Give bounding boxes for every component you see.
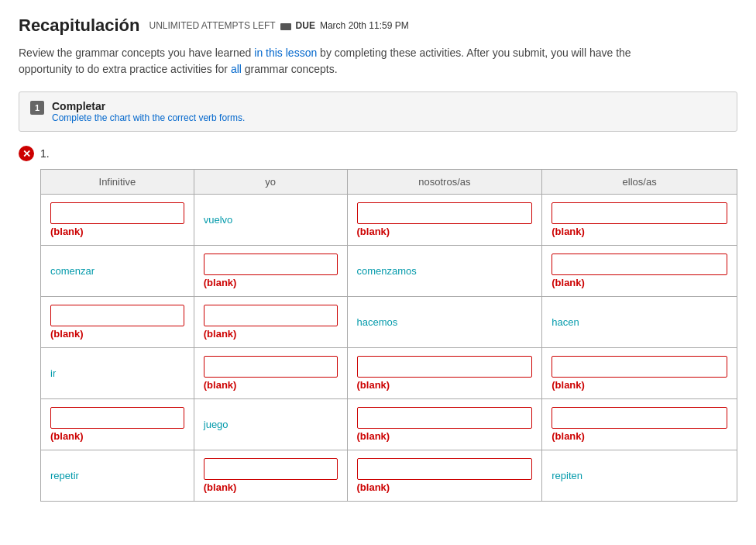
- blank-label: (blank): [204, 379, 338, 391]
- blank-label: (blank): [552, 379, 727, 391]
- cell-blank-yo-2[interactable]: (blank): [194, 297, 347, 348]
- blank-label: (blank): [552, 430, 727, 442]
- cell-static-infinitive-1: comenzar: [41, 246, 194, 297]
- blank-label: (blank): [50, 226, 184, 237]
- blank-label: (blank): [357, 226, 533, 237]
- input-nosotros-4[interactable]: [357, 407, 533, 429]
- table-row: ir(blank)(blank)(blank): [41, 348, 737, 399]
- cell-static-yo-0: vuelvo: [194, 195, 347, 246]
- cell-blank-infinitive-0[interactable]: (blank): [41, 195, 194, 246]
- cell-blank-ellos-4[interactable]: (blank): [542, 399, 737, 450]
- input-infinitive-2[interactable]: [50, 305, 184, 326]
- all-link[interactable]: all: [231, 63, 242, 75]
- input-nosotros-5[interactable]: [357, 458, 533, 480]
- cell-static-ellos-2: hacen: [542, 297, 737, 348]
- table-header-row: Infinitive yo nosotros/as ellos/as: [41, 170, 737, 195]
- description: Review the grammar concepts you have lea…: [19, 45, 685, 78]
- due-date: March 20th 11:59 PM: [320, 20, 409, 31]
- blank-label: (blank): [204, 481, 338, 493]
- cell-blank-infinitive-2[interactable]: (blank): [41, 297, 194, 348]
- cell-static-infinitive-3: ir: [41, 348, 194, 399]
- col-header-ellos: ellos/as: [542, 170, 737, 195]
- verb-table: Infinitive yo nosotros/as ellos/as (blan…: [40, 169, 737, 502]
- input-ellos-3[interactable]: [552, 356, 727, 378]
- blank-label: (blank): [552, 277, 727, 288]
- cell-static-nosotros-2: hacemos: [347, 297, 542, 348]
- cell-blank-nosotros-3[interactable]: (blank): [347, 348, 542, 399]
- blank-label: (blank): [50, 430, 184, 442]
- section-description: Complete the chart with the correct verb…: [52, 112, 245, 123]
- blank-label: (blank): [204, 277, 338, 288]
- input-yo-2[interactable]: [204, 305, 338, 326]
- error-icon: ✕: [19, 146, 34, 161]
- cell-blank-nosotros-0[interactable]: (blank): [347, 195, 542, 246]
- cell-blank-nosotros-4[interactable]: (blank): [347, 399, 542, 450]
- table-row: repetir(blank)(blank)repiten: [41, 450, 737, 502]
- section-badge: 1: [30, 101, 44, 115]
- cell-static-ellos-5: repiten: [542, 450, 737, 502]
- question-number: 1.: [40, 147, 50, 160]
- table-row: (blank)(blank)hacemoshacen: [41, 297, 737, 348]
- page-header: Recapitulación UNLIMITED ATTEMPTS LEFT D…: [19, 16, 737, 36]
- battery-icon: [280, 23, 291, 30]
- cell-blank-yo-5[interactable]: (blank): [194, 450, 347, 502]
- input-infinitive-4[interactable]: [50, 407, 184, 429]
- blank-label: (blank): [357, 379, 533, 391]
- table-row: (blank)juego(blank)(blank): [41, 399, 737, 450]
- cell-blank-nosotros-5[interactable]: (blank): [347, 450, 542, 502]
- input-yo-5[interactable]: [204, 458, 338, 480]
- cell-blank-ellos-3[interactable]: (blank): [542, 348, 737, 399]
- input-ellos-1[interactable]: [552, 254, 727, 275]
- col-header-nosotros: nosotros/as: [347, 170, 542, 195]
- cell-blank-yo-1[interactable]: (blank): [194, 246, 347, 297]
- col-header-yo: yo: [194, 170, 347, 195]
- input-nosotros-0[interactable]: [357, 202, 533, 224]
- table-row: comenzar(blank)comenzamos(blank): [41, 246, 737, 297]
- blank-label: (blank): [204, 328, 338, 340]
- blank-label: (blank): [552, 226, 727, 237]
- question-row: ✕ 1.: [19, 146, 737, 161]
- blank-label: (blank): [357, 430, 533, 442]
- blank-label: (blank): [50, 328, 184, 340]
- cell-blank-ellos-0[interactable]: (blank): [542, 195, 737, 246]
- due-label: DUE: [296, 20, 315, 31]
- attempts-label: UNLIMITED ATTEMPTS LEFT: [149, 20, 275, 31]
- cell-blank-infinitive-4[interactable]: (blank): [41, 399, 194, 450]
- input-yo-1[interactable]: [204, 254, 338, 275]
- cell-blank-ellos-1[interactable]: (blank): [542, 246, 737, 297]
- cell-static-nosotros-1: comenzamos: [347, 246, 542, 297]
- table-row: (blank)vuelvo(blank)(blank): [41, 195, 737, 246]
- cell-static-infinitive-5: repetir: [41, 450, 194, 502]
- lesson-link[interactable]: in this lesson: [254, 47, 317, 59]
- input-ellos-0[interactable]: [552, 202, 727, 224]
- page-title: Recapitulación: [19, 16, 139, 36]
- input-nosotros-3[interactable]: [357, 356, 533, 378]
- col-header-infinitive: Infinitive: [41, 170, 194, 195]
- section-title: Completar: [52, 100, 245, 112]
- section-box: 1 Completar Complete the chart with the …: [19, 91, 737, 132]
- cell-static-yo-4: juego: [194, 399, 347, 450]
- input-yo-3[interactable]: [204, 356, 338, 378]
- blank-label: (blank): [357, 481, 533, 493]
- input-ellos-4[interactable]: [552, 407, 727, 429]
- cell-blank-yo-3[interactable]: (blank): [194, 348, 347, 399]
- input-infinitive-0[interactable]: [50, 202, 184, 224]
- meta-info: UNLIMITED ATTEMPTS LEFT DUE March 20th 1…: [149, 20, 408, 31]
- section-info: Completar Complete the chart with the co…: [52, 100, 245, 123]
